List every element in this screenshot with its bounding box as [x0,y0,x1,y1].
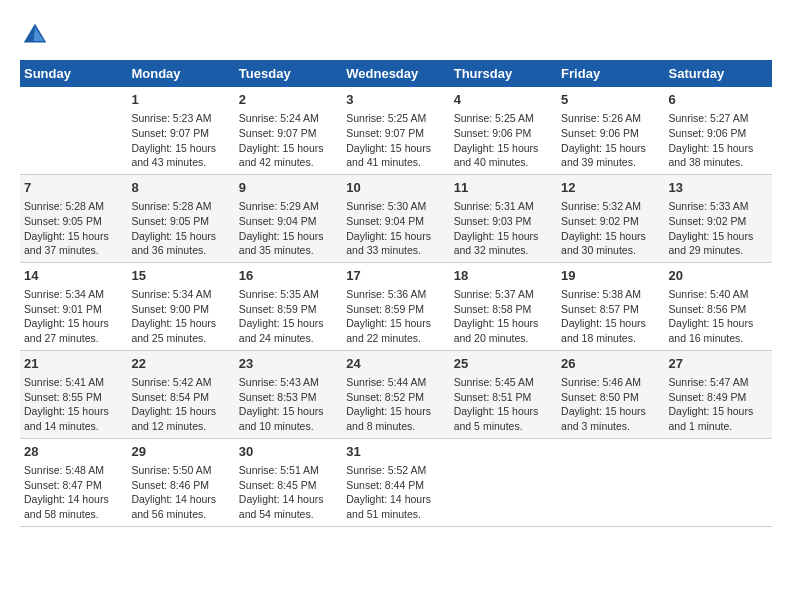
calendar-cell: 10Sunrise: 5:30 AM Sunset: 9:04 PM Dayli… [342,174,449,262]
calendar-cell: 1Sunrise: 5:23 AM Sunset: 9:07 PM Daylig… [127,87,234,174]
day-info: Sunrise: 5:35 AM Sunset: 8:59 PM Dayligh… [239,287,338,346]
day-info: Sunrise: 5:23 AM Sunset: 9:07 PM Dayligh… [131,111,230,170]
day-number: 29 [131,443,230,461]
day-number: 1 [131,91,230,109]
header-monday: Monday [127,60,234,87]
day-number: 7 [24,179,123,197]
calendar-cell: 19Sunrise: 5:38 AM Sunset: 8:57 PM Dayli… [557,262,664,350]
day-number: 14 [24,267,123,285]
day-info: Sunrise: 5:37 AM Sunset: 8:58 PM Dayligh… [454,287,553,346]
day-number: 11 [454,179,553,197]
day-number: 31 [346,443,445,461]
calendar-cell [20,87,127,174]
calendar-cell: 18Sunrise: 5:37 AM Sunset: 8:58 PM Dayli… [450,262,557,350]
day-info: Sunrise: 5:47 AM Sunset: 8:49 PM Dayligh… [669,375,768,434]
day-info: Sunrise: 5:51 AM Sunset: 8:45 PM Dayligh… [239,463,338,522]
day-info: Sunrise: 5:41 AM Sunset: 8:55 PM Dayligh… [24,375,123,434]
day-number: 19 [561,267,660,285]
day-number: 13 [669,179,768,197]
calendar-cell: 27Sunrise: 5:47 AM Sunset: 8:49 PM Dayli… [665,350,772,438]
calendar-cell: 3Sunrise: 5:25 AM Sunset: 9:07 PM Daylig… [342,87,449,174]
header-thursday: Thursday [450,60,557,87]
day-info: Sunrise: 5:33 AM Sunset: 9:02 PM Dayligh… [669,199,768,258]
day-info: Sunrise: 5:38 AM Sunset: 8:57 PM Dayligh… [561,287,660,346]
day-number: 3 [346,91,445,109]
calendar-cell: 7Sunrise: 5:28 AM Sunset: 9:05 PM Daylig… [20,174,127,262]
header-saturday: Saturday [665,60,772,87]
day-number: 26 [561,355,660,373]
day-info: Sunrise: 5:28 AM Sunset: 9:05 PM Dayligh… [131,199,230,258]
day-info: Sunrise: 5:46 AM Sunset: 8:50 PM Dayligh… [561,375,660,434]
header-tuesday: Tuesday [235,60,342,87]
week-row-5: 28Sunrise: 5:48 AM Sunset: 8:47 PM Dayli… [20,438,772,526]
day-info: Sunrise: 5:44 AM Sunset: 8:52 PM Dayligh… [346,375,445,434]
calendar-cell: 15Sunrise: 5:34 AM Sunset: 9:00 PM Dayli… [127,262,234,350]
calendar-cell: 4Sunrise: 5:25 AM Sunset: 9:06 PM Daylig… [450,87,557,174]
header-sunday: Sunday [20,60,127,87]
calendar-cell: 9Sunrise: 5:29 AM Sunset: 9:04 PM Daylig… [235,174,342,262]
logo [20,20,54,50]
calendar-cell: 28Sunrise: 5:48 AM Sunset: 8:47 PM Dayli… [20,438,127,526]
day-number: 30 [239,443,338,461]
calendar-cell: 13Sunrise: 5:33 AM Sunset: 9:02 PM Dayli… [665,174,772,262]
day-number: 8 [131,179,230,197]
day-info: Sunrise: 5:32 AM Sunset: 9:02 PM Dayligh… [561,199,660,258]
day-info: Sunrise: 5:29 AM Sunset: 9:04 PM Dayligh… [239,199,338,258]
calendar-cell [450,438,557,526]
calendar-cell: 24Sunrise: 5:44 AM Sunset: 8:52 PM Dayli… [342,350,449,438]
week-row-4: 21Sunrise: 5:41 AM Sunset: 8:55 PM Dayli… [20,350,772,438]
week-row-1: 1Sunrise: 5:23 AM Sunset: 9:07 PM Daylig… [20,87,772,174]
day-info: Sunrise: 5:40 AM Sunset: 8:56 PM Dayligh… [669,287,768,346]
day-number: 24 [346,355,445,373]
day-info: Sunrise: 5:50 AM Sunset: 8:46 PM Dayligh… [131,463,230,522]
svg-marker-1 [34,28,45,42]
day-number: 21 [24,355,123,373]
page-header [20,20,772,50]
day-info: Sunrise: 5:43 AM Sunset: 8:53 PM Dayligh… [239,375,338,434]
calendar-cell: 23Sunrise: 5:43 AM Sunset: 8:53 PM Dayli… [235,350,342,438]
calendar-cell: 8Sunrise: 5:28 AM Sunset: 9:05 PM Daylig… [127,174,234,262]
week-row-2: 7Sunrise: 5:28 AM Sunset: 9:05 PM Daylig… [20,174,772,262]
calendar-cell [557,438,664,526]
day-info: Sunrise: 5:48 AM Sunset: 8:47 PM Dayligh… [24,463,123,522]
calendar-cell [665,438,772,526]
day-number: 2 [239,91,338,109]
day-info: Sunrise: 5:36 AM Sunset: 8:59 PM Dayligh… [346,287,445,346]
day-number: 23 [239,355,338,373]
calendar-cell: 30Sunrise: 5:51 AM Sunset: 8:45 PM Dayli… [235,438,342,526]
calendar-cell: 5Sunrise: 5:26 AM Sunset: 9:06 PM Daylig… [557,87,664,174]
calendar-cell: 25Sunrise: 5:45 AM Sunset: 8:51 PM Dayli… [450,350,557,438]
day-info: Sunrise: 5:45 AM Sunset: 8:51 PM Dayligh… [454,375,553,434]
day-number: 4 [454,91,553,109]
day-info: Sunrise: 5:31 AM Sunset: 9:03 PM Dayligh… [454,199,553,258]
week-row-3: 14Sunrise: 5:34 AM Sunset: 9:01 PM Dayli… [20,262,772,350]
day-info: Sunrise: 5:24 AM Sunset: 9:07 PM Dayligh… [239,111,338,170]
day-info: Sunrise: 5:25 AM Sunset: 9:07 PM Dayligh… [346,111,445,170]
calendar-cell: 2Sunrise: 5:24 AM Sunset: 9:07 PM Daylig… [235,87,342,174]
header-friday: Friday [557,60,664,87]
day-info: Sunrise: 5:42 AM Sunset: 8:54 PM Dayligh… [131,375,230,434]
day-number: 9 [239,179,338,197]
day-info: Sunrise: 5:27 AM Sunset: 9:06 PM Dayligh… [669,111,768,170]
day-info: Sunrise: 5:26 AM Sunset: 9:06 PM Dayligh… [561,111,660,170]
day-number: 28 [24,443,123,461]
calendar-header: SundayMondayTuesdayWednesdayThursdayFrid… [20,60,772,87]
day-number: 17 [346,267,445,285]
day-info: Sunrise: 5:30 AM Sunset: 9:04 PM Dayligh… [346,199,445,258]
calendar-cell: 16Sunrise: 5:35 AM Sunset: 8:59 PM Dayli… [235,262,342,350]
day-number: 18 [454,267,553,285]
calendar-cell: 31Sunrise: 5:52 AM Sunset: 8:44 PM Dayli… [342,438,449,526]
calendar-cell: 6Sunrise: 5:27 AM Sunset: 9:06 PM Daylig… [665,87,772,174]
day-info: Sunrise: 5:52 AM Sunset: 8:44 PM Dayligh… [346,463,445,522]
day-number: 15 [131,267,230,285]
calendar-cell: 20Sunrise: 5:40 AM Sunset: 8:56 PM Dayli… [665,262,772,350]
calendar-cell: 14Sunrise: 5:34 AM Sunset: 9:01 PM Dayli… [20,262,127,350]
calendar-cell: 12Sunrise: 5:32 AM Sunset: 9:02 PM Dayli… [557,174,664,262]
calendar-cell: 26Sunrise: 5:46 AM Sunset: 8:50 PM Dayli… [557,350,664,438]
calendar-cell: 29Sunrise: 5:50 AM Sunset: 8:46 PM Dayli… [127,438,234,526]
calendar-cell: 21Sunrise: 5:41 AM Sunset: 8:55 PM Dayli… [20,350,127,438]
calendar-cell: 22Sunrise: 5:42 AM Sunset: 8:54 PM Dayli… [127,350,234,438]
day-number: 20 [669,267,768,285]
calendar-cell: 11Sunrise: 5:31 AM Sunset: 9:03 PM Dayli… [450,174,557,262]
header-wednesday: Wednesday [342,60,449,87]
